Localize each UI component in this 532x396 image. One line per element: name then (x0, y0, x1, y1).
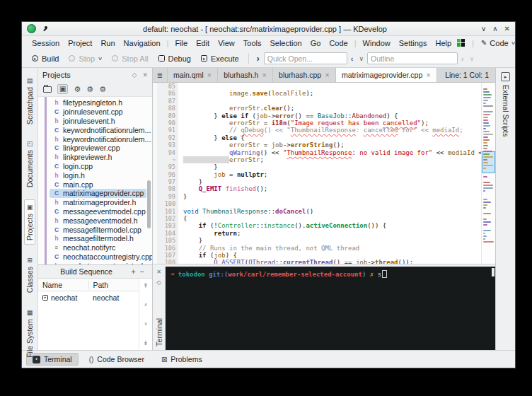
remove-build-item-button[interactable]: − (138, 267, 146, 276)
outline-dropdown-icon[interactable]: ∨ (357, 55, 366, 62)
float-panel-icon[interactable]: ◇ (132, 71, 137, 78)
tree-item-joinrulesevent-cpp[interactable]: Cjoinrulesevent.cpp (50, 107, 146, 117)
tree-item-messageeventmodel-cpp[interactable]: Cmessageeventmodel.cpp (50, 207, 146, 216)
sidebar-item-scratchpad[interactable]: ▤Scratchpad (25, 74, 35, 128)
activities-grid-icon[interactable] (457, 39, 465, 47)
execute-button[interactable]: ▸Execute (197, 52, 243, 65)
terminal-scrollbar[interactable] (492, 268, 495, 276)
move-bottom-button[interactable]: ↡ (143, 339, 149, 346)
tab-matriximageprovider-cpp[interactable]: matriximageprovider.cpp✕ (336, 68, 437, 82)
minimap-line (483, 120, 488, 121)
move-top-button[interactable]: ↟ (143, 282, 149, 289)
build-button[interactable]: ▸Build (28, 52, 63, 65)
tab-close-icon[interactable]: ✕ (262, 72, 267, 78)
document-list-icon[interactable]: ≣ (153, 68, 168, 82)
menu-run[interactable]: Run (96, 38, 119, 48)
menu-code[interactable]: Code (325, 38, 352, 48)
minimap[interactable] (481, 83, 495, 264)
minimize-button[interactable]: ∨ (481, 25, 486, 33)
tree-item-main-cpp[interactable]: Cmain.cpp (50, 180, 146, 189)
menu-edit[interactable]: Edit (192, 38, 214, 48)
menu-session[interactable]: Session (28, 38, 64, 48)
close-panel-icon[interactable]: ✕ (142, 71, 148, 78)
menu-selection[interactable]: Selection (265, 38, 306, 48)
tree-item-neochataccountregistry-cpp[interactable]: Cneochataccountregistry.cpp (50, 252, 146, 262)
minimap-line (483, 159, 487, 161)
tab-external-scripts[interactable]: External Scripts (502, 85, 510, 137)
code-menu-button[interactable]: ✎ Code ∨ (481, 39, 515, 47)
tree-scrollbar[interactable] (147, 180, 151, 228)
tree-item-filetypesingleton-h[interactable]: hfiletypesingleton.h (50, 98, 146, 107)
tree-item-messageeventmodel-h[interactable]: hmessageeventmodel.h (50, 216, 146, 225)
statusbar-code-browser[interactable]: ()Code Browser (83, 353, 151, 366)
toolbar-expand-icon[interactable]: › (254, 54, 262, 64)
file-type-icon: C (54, 144, 59, 151)
outline-prev-button[interactable]: ‹ (349, 54, 356, 63)
tab-close-icon[interactable]: ✕ (325, 72, 330, 78)
tree-item-neochat-notifyrc[interactable]: ≡neochat.notifyrc (50, 243, 146, 252)
column-header-path[interactable]: Path (89, 281, 139, 289)
code-line: 92 } else { (153, 134, 481, 141)
statusbar-problems[interactable]: ⊠Problems (155, 353, 209, 366)
menu-project[interactable]: Project (64, 38, 96, 48)
sidebar-item-file-system[interactable]: ▦File System (25, 305, 35, 361)
tree-item-keywordnotificationrulem-[interactable]: Ckeywordnotificationrulem... (50, 125, 146, 134)
tab-close-icon[interactable]: ✕ (207, 72, 212, 78)
build-sequence-table[interactable]: NamePath▸neochatneochat (38, 279, 139, 350)
column-header-name[interactable]: Name (38, 281, 89, 289)
show-targets-icon[interactable]: ▣ (57, 84, 68, 94)
terminal-close-icon[interactable]: ✕ (156, 269, 161, 275)
gear-reload-icon[interactable]: ⚙ (86, 86, 93, 93)
menu-settings[interactable]: Settings (395, 38, 432, 48)
project-file-tree[interactable]: hfiletypesingleton.hCjoinrulesevent.cpph… (38, 96, 152, 264)
code-line: 89 } else if (job->error() == BaseJob::A… (153, 112, 481, 120)
menu-go[interactable]: Go (306, 38, 325, 48)
open-project-icon[interactable] (43, 86, 52, 93)
titlebar[interactable]: default: neochat - [ neochat:src/matrixi… (22, 22, 515, 36)
build-sequence-row[interactable]: ▸neochatneochat (38, 291, 139, 303)
menu-tools[interactable]: Tools (239, 38, 266, 48)
debug-button[interactable]: ·Debug (154, 52, 195, 65)
line-number: 96 (153, 171, 178, 178)
tree-item-login-h[interactable]: hlogin.h (50, 170, 146, 180)
menu-window[interactable]: Window (359, 38, 395, 48)
menu-file[interactable]: File (170, 38, 192, 48)
tree-item-joinrulesevent-h[interactable]: hjoinrulesevent.h (50, 117, 146, 126)
statusbar-terminal[interactable]: ›Terminal (26, 353, 79, 366)
file-name: messagefiltermodel.h (63, 234, 134, 243)
line-number: 97 (153, 178, 178, 185)
tree-item-messagefiltermodel-h[interactable]: hmessagefiltermodel.h (50, 234, 146, 243)
tree-item-keywordnotificationrulem-[interactable]: hkeywordnotificationrulem... (50, 134, 146, 144)
terminal-output[interactable]: ➜ tokodon git:(work/carl/remember-select… (166, 267, 495, 350)
editor-body[interactable]: 8586 image.save(localFile);8788 errorStr… (153, 83, 495, 264)
sidebar-item-documents[interactable]: ◰Documents (25, 136, 35, 191)
sidebar-item-classes[interactable]: ⊞Classes (25, 253, 35, 296)
quick-open-input[interactable] (264, 52, 347, 64)
gear-filter-icon[interactable]: ⚙ (99, 86, 106, 93)
tree-item-neochataccountregistry-h[interactable]: hneochataccountregistry.h (50, 261, 146, 264)
menu-navigation[interactable]: Navigation (120, 38, 165, 48)
menu-help[interactable]: Help (431, 38, 456, 48)
gear-icon[interactable]: ⚙ (74, 86, 81, 93)
menu-view[interactable]: View (214, 38, 239, 48)
tree-item-messagefiltermodel-cpp[interactable]: Cmessagefiltermodel.cpp (50, 225, 146, 234)
tree-item-login-cpp[interactable]: Clogin.cpp (50, 162, 146, 171)
move-up-button[interactable]: ∧ (144, 302, 147, 308)
tree-item-matriximageprovider-h[interactable]: hmatriximageprovider.h (50, 198, 146, 207)
move-down-button[interactable]: ∨ (144, 321, 147, 327)
file-name: main.cpp (63, 180, 93, 189)
tree-item-linkpreviewer-h[interactable]: hlinkpreviewer.h (50, 153, 146, 162)
code-editor[interactable]: 8586 image.save(localFile);8788 errorStr… (153, 83, 481, 264)
tab-main-qml[interactable]: main.qml✕ (168, 68, 218, 82)
close-button[interactable]: ✕ (504, 25, 510, 33)
tree-item-linkpreviewer-cpp[interactable]: Clinkpreviewer.cpp (50, 144, 146, 153)
tab-blurhash-cpp[interactable]: blurhash.cpp✕ (273, 68, 336, 82)
tree-item-matriximageprovider-cpp[interactable]: Cmatriximageprovider.cpp (50, 189, 146, 198)
tab-close-icon[interactable]: ✕ (426, 72, 431, 78)
sidebar-item-projects[interactable]: ▣Projects (24, 199, 35, 245)
maximize-button[interactable]: ∧ (492, 25, 497, 33)
outline-input[interactable] (367, 52, 458, 64)
add-build-item-button[interactable]: + (129, 267, 137, 276)
tab-blurhash-h[interactable]: blurhash.h✕ (218, 68, 273, 82)
terminal-detach-icon[interactable]: ◇ (156, 279, 161, 286)
